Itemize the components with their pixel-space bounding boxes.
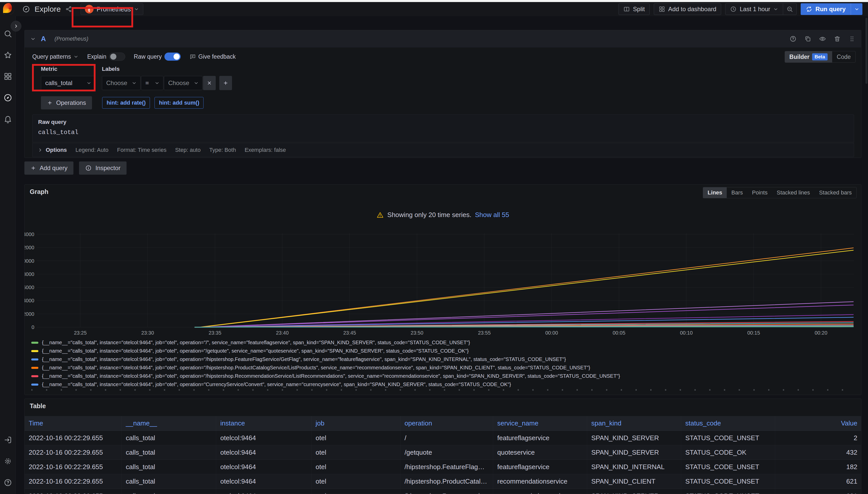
graph-panel: Graph LinesBarsPointsStacked linesStacke… [24, 184, 862, 395]
label-value-select[interactable]: Choose [164, 76, 202, 90]
svg-text:12000: 12000 [24, 245, 34, 250]
table-cell: STATUS_CODE_UNSET [681, 431, 775, 445]
zoom-out-button[interactable] [783, 3, 797, 15]
gear-icon[interactable] [3, 457, 12, 466]
split-button[interactable]: Split [618, 3, 650, 15]
datasource-picker[interactable]: Prometheus [80, 3, 143, 15]
search-icon[interactable] [3, 30, 12, 38]
legend-item-5[interactable]: {__name__="calls_total", instance="otelc… [31, 380, 854, 388]
share-icon[interactable] [65, 6, 72, 13]
builder-mode-tab[interactable]: Builder Beta [785, 51, 832, 62]
table-cell: 2 [775, 431, 862, 445]
legend-item-1[interactable]: {__name__="calls_total", instance="otelc… [31, 347, 854, 355]
table-cell: 2022-10-16 00:22:29.655 [25, 460, 122, 474]
chevron-down-icon [86, 80, 91, 86]
time-series-chart[interactable]: 0200040006000800010000120001400023:2523:… [25, 230, 862, 338]
explain-control: Explain [87, 53, 125, 61]
query-hint-button-1[interactable]: hint: add sum() [155, 97, 203, 109]
help-icon[interactable] [3, 478, 12, 487]
legend-label: {__name__="calls_total", instance="otelc… [42, 382, 511, 387]
graph-style-tab-points[interactable]: Points [747, 187, 772, 198]
svg-text:23:45: 23:45 [343, 330, 356, 336]
table-cell: calls_total [122, 460, 216, 474]
column-header-servicename[interactable]: service_name [493, 416, 587, 431]
collapse-query-icon[interactable] [30, 36, 36, 42]
time-range-picker[interactable]: Last 1 hour [725, 3, 783, 15]
run-query-button[interactable]: Run query [801, 3, 851, 15]
raw-query-toggle[interactable] [164, 53, 181, 61]
table-row-2: 2022-10-16 00:22:29.655calls_totalotelco… [25, 460, 862, 474]
graph-style-tab-stacked-lines[interactable]: Stacked lines [772, 187, 815, 198]
graph-style-tab-stacked-bars[interactable]: Stacked bars [815, 187, 856, 198]
bell-icon[interactable] [3, 115, 12, 124]
column-header-instance[interactable]: instance [216, 416, 311, 431]
svg-text:2000: 2000 [24, 311, 34, 317]
toggle-visibility-icon[interactable] [819, 35, 826, 42]
svg-text:4000: 4000 [24, 298, 34, 303]
datasource-name: Prometheus [96, 5, 131, 13]
table-cell: featureflagservice [493, 460, 587, 474]
svg-text:10000: 10000 [24, 258, 34, 264]
warning-icon [377, 211, 384, 218]
table-cell: STATUS_CODE_UNSET [681, 489, 775, 494]
query-row-header[interactable]: A (Prometheus) [25, 30, 861, 48]
run-query-dropdown[interactable] [851, 3, 863, 15]
option-meta: Type: Both [209, 147, 236, 153]
column-header-operation[interactable]: operation [400, 416, 493, 431]
explain-toggle[interactable] [109, 53, 125, 61]
column-header-time[interactable]: Time [25, 416, 122, 431]
raw-query-toggle-label: Raw query [134, 53, 162, 60]
add-to-dashboard-button[interactable]: Add to dashboard [654, 3, 721, 15]
legend-item-0[interactable]: {__name__="calls_total", instance="otelc… [31, 338, 854, 347]
add-operations-button[interactable]: Operations [41, 96, 92, 109]
column-header-job[interactable]: job [311, 416, 400, 431]
query-patterns-dropdown[interactable]: Query patterns [32, 53, 78, 60]
label-name-select[interactable]: Choose [102, 76, 141, 90]
code-label: Code [837, 54, 851, 60]
delete-query-icon[interactable] [834, 35, 841, 42]
scrollbar-thumb[interactable] [866, 18, 868, 84]
sidebar-expand-button[interactable] [11, 21, 21, 32]
explore-icon [22, 5, 30, 13]
drag-handle-icon[interactable] [848, 35, 855, 42]
help-icon[interactable] [790, 35, 797, 42]
give-feedback-link[interactable]: Give feedback [189, 53, 236, 60]
add-query-button[interactable]: Add query [24, 162, 73, 175]
legend-item-2[interactable]: {__name__="calls_total", instance="otelc… [31, 355, 854, 363]
grafana-logo[interactable] [3, 3, 14, 15]
copy-query-icon[interactable] [804, 35, 811, 42]
column-header-value[interactable]: Value [775, 416, 862, 431]
column-header-name[interactable]: __name__ [122, 416, 216, 431]
table-cell: calls_total [122, 489, 216, 494]
table-cell: calls_total [122, 445, 216, 459]
legend-item-4[interactable]: {__name__="calls_total", instance="otelc… [31, 372, 854, 380]
inspector-button[interactable]: Inspector [79, 162, 127, 175]
query-hint-button-0[interactable]: hint: add rate() [102, 97, 150, 109]
show-all-series-link[interactable]: Show all 55 [475, 211, 509, 219]
code-mode-tab[interactable]: Code [832, 51, 855, 62]
column-header-spankind[interactable]: span_kind [587, 416, 681, 431]
table-row-0: 2022-10-16 00:22:29.655calls_totalotelco… [25, 431, 862, 445]
svg-text:23:50: 23:50 [411, 330, 423, 336]
table-cell: /hipstershop.FeatureFlagServi... [400, 460, 493, 474]
compass-icon[interactable] [3, 93, 12, 102]
legend-item-3[interactable]: {__name__="calls_total", instance="otelc… [31, 363, 854, 372]
options-label: Options [46, 147, 67, 153]
label-op-select[interactable]: = [141, 76, 163, 90]
column-header-statuscode[interactable]: status_code [681, 416, 775, 431]
options-meta: Legend: AutoFormat: Time seriesStep: aut… [75, 147, 286, 153]
chevron-down-icon [194, 80, 199, 86]
add-label-filter-button[interactable] [219, 76, 232, 90]
sign-in-icon[interactable] [3, 436, 12, 444]
table-cell: 2022-10-16 00:22:29.655 [25, 431, 122, 445]
remove-label-filter-button[interactable] [203, 76, 216, 90]
graph-style-tab-bars[interactable]: Bars [727, 187, 747, 198]
apps-icon[interactable] [3, 72, 12, 81]
options-expander[interactable]: Options [38, 147, 67, 153]
metric-select[interactable]: calls_total [41, 76, 95, 90]
explain-label: Explain [87, 53, 106, 60]
option-meta: Legend: Auto [75, 147, 109, 153]
graph-style-tab-lines[interactable]: Lines [703, 187, 727, 198]
table-cell: otel [311, 445, 400, 459]
star-icon[interactable] [3, 51, 12, 59]
